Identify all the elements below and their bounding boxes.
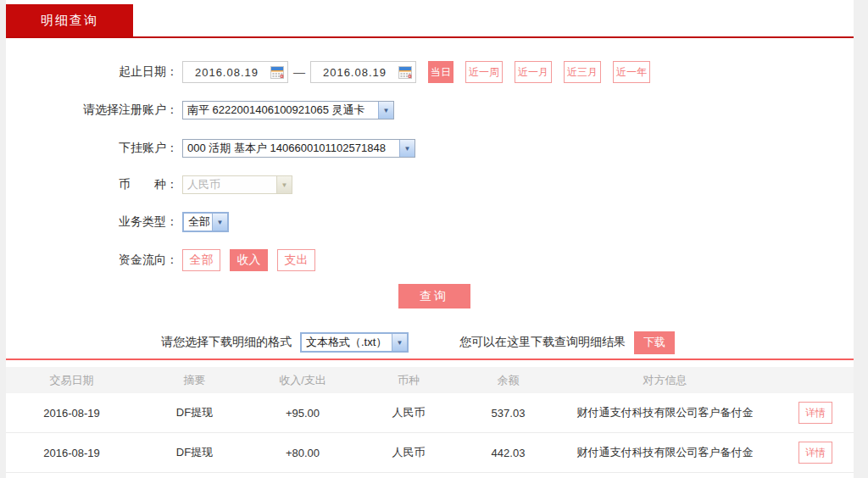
fund-flow-label: 资金流向： — [6, 253, 178, 268]
chevron-down-icon[interactable]: ▼ — [212, 214, 227, 231]
cell-counterparty: 财付通支付科技有限公司客户备付金 — [553, 405, 777, 420]
detail-button[interactable]: 详情 — [798, 402, 832, 424]
chevron-down-icon[interactable]: ▼ — [399, 140, 415, 157]
business-type-value: 全部 — [184, 214, 212, 230]
header-summary: 摘要 — [137, 373, 252, 388]
range-today-button[interactable]: 当日 — [428, 61, 453, 83]
download-format-value: 文本格式（.txt） — [302, 335, 392, 350]
header-trade-date: 交易日期 — [6, 373, 137, 388]
transactions-table: 交易日期 摘要 收入/支出 币种 余额 对方信息 2016-08-19 DF提现… — [6, 367, 854, 473]
currency-value: 人民币 — [183, 177, 276, 192]
tab-detail-query[interactable]: 明细查询 — [6, 4, 133, 36]
sub-account-value: 000 活期 基本户 1406600101102571848 — [183, 141, 399, 156]
cell-summary: DF提现 — [137, 445, 252, 460]
flow-all-button[interactable]: 全部 — [182, 249, 220, 271]
header-income-expense: 收入/支出 — [252, 373, 353, 388]
table-row: 2016-08-19 DF提现 +80.00 人民币 442.03 财付通支付科… — [6, 433, 854, 473]
cell-trade-date: 2016-08-19 — [6, 447, 137, 459]
business-type-row: 业务类型： 全部 ▼ — [6, 212, 854, 232]
register-account-value: 南平 6222001406100921065 灵通卡 — [183, 103, 378, 118]
date-to-value: 2016.08.19 — [311, 66, 398, 79]
section-divider — [6, 358, 854, 360]
download-row: 请您选择下载明细的格式 文本格式（.txt） ▼ 您可以在这里下载查询明细结果 … — [6, 331, 854, 354]
fund-flow-row: 资金流向： 全部 收入 支出 — [6, 249, 854, 271]
range-year-button[interactable]: 近一年 — [613, 61, 650, 83]
flow-income-button[interactable]: 收入 — [230, 249, 268, 271]
date-range-separator: — — [293, 65, 305, 79]
query-button[interactable]: 查询 — [398, 284, 470, 308]
currency-select: 人民币 ▼ — [182, 175, 292, 194]
header-currency: 币种 — [353, 373, 464, 388]
chevron-down-icon[interactable]: ▼ — [378, 102, 393, 119]
calendar-icon[interactable] — [270, 65, 286, 80]
chevron-down-icon[interactable]: ▼ — [392, 334, 407, 351]
register-account-row: 请选择注册账户： 南平 6222001406100921065 灵通卡 ▼ — [6, 100, 854, 120]
date-from-value: 2016.08.19 — [183, 66, 270, 79]
range-month-button[interactable]: 近一月 — [515, 61, 552, 83]
chevron-down-icon: ▼ — [276, 176, 292, 193]
header-counterparty: 对方信息 — [553, 373, 777, 388]
sub-account-label: 下挂账户： — [6, 141, 178, 156]
register-account-select[interactable]: 南平 6222001406100921065 灵通卡 ▼ — [182, 101, 394, 119]
cell-balance: 442.03 — [464, 447, 553, 459]
date-from-input[interactable]: 2016.08.19 — [182, 61, 288, 83]
register-account-label: 请选择注册账户： — [6, 103, 178, 118]
query-row: 查询 — [6, 284, 854, 308]
sub-account-select[interactable]: 000 活期 基本户 1406600101102571848 ▼ — [182, 139, 415, 158]
cell-amount: +80.00 — [252, 447, 353, 459]
date-range-row: 起止日期： 2016.08.19 — 2016.08.19 — [6, 61, 854, 83]
date-range-label: 起止日期： — [6, 64, 178, 80]
download-hint: 您可以在这里下载查询明细结果 — [459, 335, 626, 350]
cell-trade-date: 2016-08-19 — [6, 407, 137, 420]
range-quarter-button[interactable]: 近三月 — [564, 61, 601, 83]
cell-balance: 537.03 — [464, 407, 553, 420]
tab-bar: 明细查询 — [6, 0, 854, 38]
download-format-label: 请您选择下载明细的格式 — [161, 335, 292, 350]
cell-counterparty: 财付通支付科技有限公司客户备付金 — [553, 445, 777, 460]
cell-amount: +95.00 — [252, 407, 353, 420]
date-to-input[interactable]: 2016.08.19 — [310, 61, 416, 83]
flow-expense-button[interactable]: 支出 — [277, 249, 315, 271]
table-row: 2016-08-19 DF提现 +95.00 人民币 537.03 财付通支付科… — [6, 393, 854, 433]
content-panel: 明细查询 起止日期： 2016.08.19 — 2016.08 — [6, 0, 854, 478]
currency-label: 币 种： — [6, 177, 178, 192]
cell-currency: 人民币 — [353, 445, 464, 460]
business-type-label: 业务类型： — [6, 214, 178, 230]
cell-currency: 人民币 — [353, 405, 464, 420]
cell-summary: DF提现 — [137, 405, 252, 420]
range-week-button[interactable]: 近一周 — [465, 61, 503, 83]
detail-button[interactable]: 详情 — [798, 442, 832, 464]
sub-account-row: 下挂账户： 000 活期 基本户 1406600101102571848 ▼ — [6, 138, 854, 158]
currency-row: 币 种： 人民币 ▼ — [6, 175, 854, 195]
download-format-select[interactable]: 文本格式（.txt） ▼ — [300, 332, 409, 353]
table-header-row: 交易日期 摘要 收入/支出 币种 余额 对方信息 — [6, 367, 854, 393]
header-balance: 余额 — [464, 373, 553, 388]
download-button[interactable]: 下载 — [634, 331, 675, 354]
business-type-select[interactable]: 全部 ▼ — [182, 212, 229, 232]
calendar-icon[interactable] — [398, 65, 414, 80]
